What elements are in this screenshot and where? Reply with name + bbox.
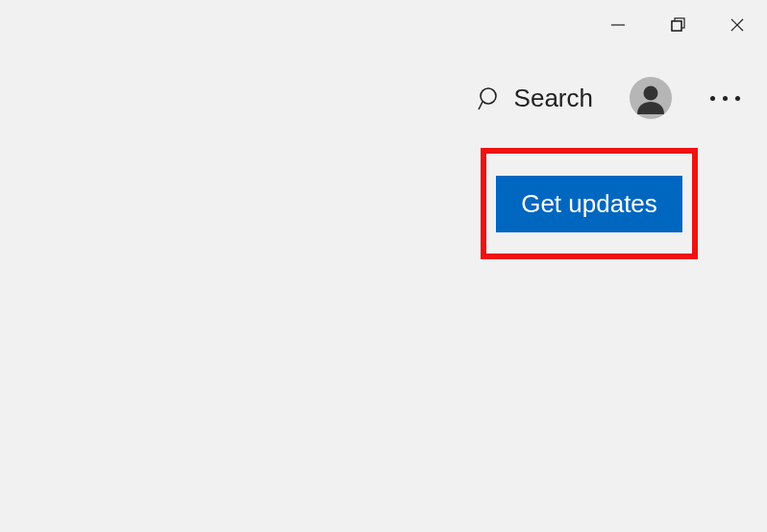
maximize-icon bbox=[669, 16, 686, 34]
search-button[interactable]: Search bbox=[478, 84, 593, 113]
dot-icon bbox=[735, 96, 740, 101]
maximize-button[interactable] bbox=[648, 0, 707, 50]
account-button[interactable] bbox=[630, 77, 672, 119]
svg-point-9 bbox=[644, 86, 658, 101]
toolbar: Search bbox=[478, 77, 748, 119]
user-icon bbox=[634, 82, 667, 114]
svg-point-7 bbox=[481, 88, 496, 104]
dot-icon bbox=[710, 96, 715, 101]
search-icon bbox=[478, 85, 503, 110]
more-button[interactable] bbox=[703, 88, 748, 109]
close-icon bbox=[729, 16, 746, 34]
minimize-button[interactable] bbox=[588, 0, 648, 50]
svg-rect-3 bbox=[673, 22, 681, 31]
close-button[interactable] bbox=[707, 0, 767, 50]
window-titlebar bbox=[588, 0, 767, 50]
minimize-icon bbox=[609, 16, 627, 34]
highlight-annotation: Get updates bbox=[481, 148, 698, 259]
dot-icon bbox=[723, 96, 728, 101]
get-updates-button[interactable]: Get updates bbox=[496, 176, 682, 232]
svg-line-8 bbox=[479, 102, 482, 109]
search-label: Search bbox=[514, 84, 593, 113]
